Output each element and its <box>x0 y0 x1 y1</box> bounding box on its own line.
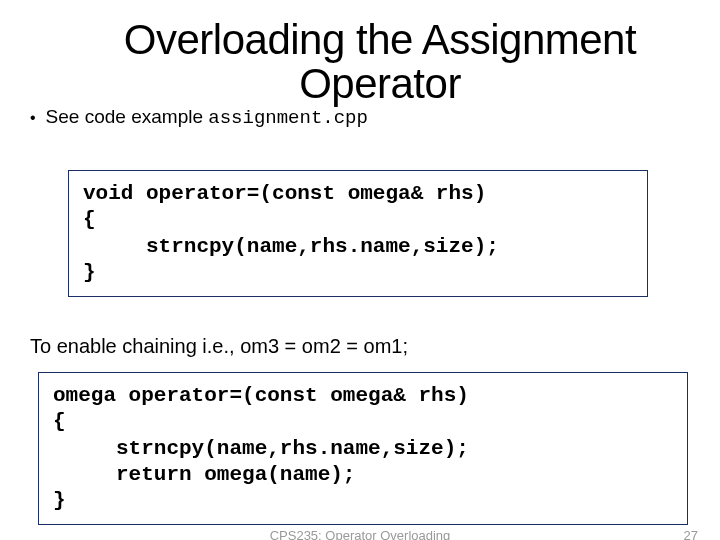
footer-course: CPS235: Operator Overloading <box>0 528 720 540</box>
title-line-2: Operator <box>299 60 461 107</box>
slide: Overloading the Assignment Operator • Se… <box>0 0 720 540</box>
chain-explanation: To enable chaining i.e., om3 = om2 = om1… <box>30 335 692 358</box>
bullet-text: See code example assignment.cpp <box>46 106 368 129</box>
code-block-omega: omega operator=(const omega& rhs) { strn… <box>38 372 688 525</box>
bullet-filename: assignment.cpp <box>208 107 368 129</box>
title-block: Overloading the Assignment Operator • Se… <box>28 10 692 140</box>
bullet-dot-icon: • <box>30 110 36 126</box>
footer-page-number: 27 <box>684 528 698 540</box>
bullet-prefix: See code example <box>46 106 209 127</box>
code-block-void: void operator=(const omega& rhs) { strnc… <box>68 170 648 297</box>
slide-title: Overloading the Assignment Operator <box>78 18 682 106</box>
bullet-item: • See code example assignment.cpp <box>30 106 368 129</box>
title-line-1: Overloading the Assignment <box>124 16 636 63</box>
